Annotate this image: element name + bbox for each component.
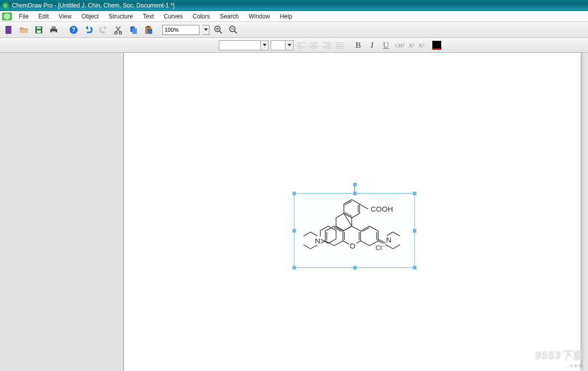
underline-button[interactable]: U [380,39,392,51]
chemical-structure[interactable]: COOH N O N Cl− [296,196,412,265]
paste-icon[interactable] [142,24,154,36]
menu-file[interactable]: File [14,12,33,21]
svg-line-18 [219,31,222,33]
label-o: O [349,242,356,250]
svg-line-58 [303,245,310,249]
svg-rect-6 [52,26,56,29]
svg-marker-47 [320,226,336,244]
bold-button[interactable]: B [352,39,364,51]
formula-button[interactable]: CH2 [394,42,405,48]
menu-text[interactable]: Text [138,12,159,21]
resize-handle-tl[interactable] [293,192,296,195]
menu-search[interactable]: Search [215,12,244,21]
resize-handle-br[interactable] [413,266,416,269]
selection-box[interactable]: COOH N O N Cl− [294,193,415,268]
zoom-out-icon[interactable] [227,24,239,36]
svg-rect-1 [5,26,11,34]
zoom-dropdown-icon[interactable] [202,25,209,35]
label-n-left: N [314,237,321,245]
watermark: 9553下载 .com [535,348,584,368]
window-title: ChemDraw Pro - [Untitled J. Chin. Chem. … [12,2,175,9]
svg-text:?: ? [72,26,75,33]
svg-line-56 [303,232,310,236]
svg-rect-3 [37,30,41,33]
help-icon[interactable]: ? [68,24,80,36]
rotation-handle[interactable] [353,183,357,186]
fontsize-combo[interactable] [271,40,294,50]
resize-handle-mr[interactable] [413,229,416,233]
menu-bar: File Edit View Object Structure Text Cur… [0,11,588,22]
menu-colors[interactable]: Colors [188,12,215,21]
resize-handle-ml[interactable] [293,229,296,233]
label-cooh: COOH [370,205,393,213]
menu-curves[interactable]: Curves [159,12,188,21]
menu-edit[interactable]: Edit [33,12,54,21]
align-center-icon[interactable] [308,40,319,51]
label-cl: Cl− [375,244,385,251]
align-left-icon[interactable] [295,40,306,51]
svg-line-64 [393,245,400,249]
svg-line-22 [234,31,237,33]
font-combo[interactable] [219,40,269,50]
svg-marker-40 [344,200,360,218]
align-right-icon[interactable] [321,40,332,51]
svg-line-44 [360,204,368,209]
zoom-input[interactable] [162,25,199,35]
print-icon[interactable] [48,24,60,36]
resize-handle-mt[interactable] [353,192,357,195]
svg-point-10 [115,31,117,34]
zoom-in-icon[interactable] [212,24,224,36]
app-icon: ◎ [2,2,9,9]
svg-marker-46 [336,213,352,231]
svg-line-55 [310,232,317,236]
undo-icon[interactable] [83,24,95,36]
color-swatch[interactable] [432,41,441,50]
resize-handle-bl[interactable] [293,266,296,269]
redo-icon[interactable] [98,24,109,36]
italic-button[interactable]: I [366,39,378,51]
subscript-button[interactable]: X2 [407,42,415,48]
svg-line-57 [310,245,317,249]
menu-view[interactable]: View [54,12,77,21]
svg-rect-13 [132,28,137,34]
svg-rect-15 [147,26,150,27]
superscript-button[interactable]: X2 [417,42,425,48]
cut-icon[interactable] [112,24,124,36]
save-icon[interactable] [33,24,45,36]
menu-structure[interactable]: Structure [104,12,138,21]
resize-handle-tr[interactable] [413,192,416,195]
svg-line-63 [386,245,393,249]
main-toolbar: ? [0,22,588,38]
svg-line-62 [393,232,400,236]
svg-point-0 [4,13,10,19]
left-margin [0,53,123,371]
document-page[interactable]: COOH N O N Cl− [123,53,581,371]
svg-rect-4 [37,27,41,29]
workspace: COOH N O N Cl− [0,53,588,371]
svg-point-11 [119,31,122,34]
svg-rect-7 [52,31,56,33]
new-icon[interactable] [3,24,15,36]
appmenu-icon[interactable] [2,12,12,20]
align-justify-icon[interactable] [334,40,345,51]
open-icon[interactable] [18,24,30,36]
menu-window[interactable]: Window [244,12,275,21]
page-container: COOH N O N Cl− [123,53,588,371]
copy-icon[interactable] [127,24,139,36]
menu-help[interactable]: Help [275,12,297,21]
svg-rect-16 [148,29,152,34]
label-n-right: N [386,236,392,244]
title-bar: ◎ ChemDraw Pro - [Untitled J. Chin. Chem… [0,0,588,11]
resize-handle-mb[interactable] [353,266,357,269]
format-toolbar: B I U CH2 X2 X2 [0,38,588,53]
menu-object[interactable]: Object [77,12,104,21]
